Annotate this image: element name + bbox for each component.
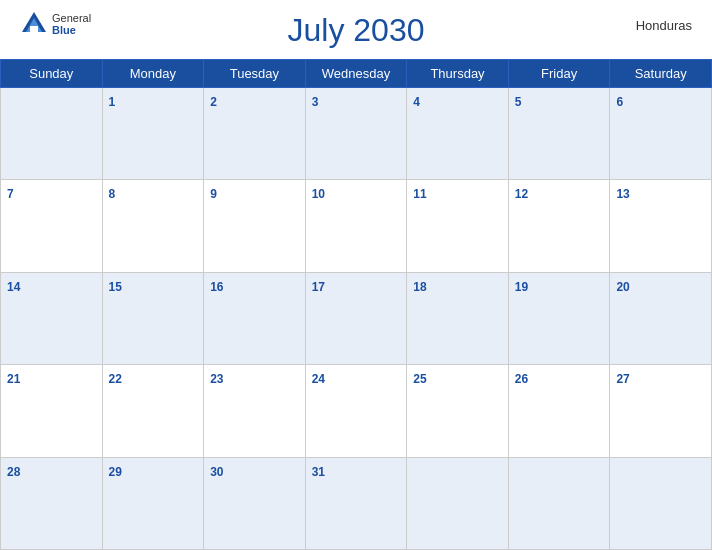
header-sunday: Sunday [1,60,103,88]
calendar-day-cell: 14 [1,272,103,364]
day-number: 10 [312,187,325,201]
day-number: 20 [616,280,629,294]
calendar-day-cell: 15 [102,272,204,364]
calendar-day-cell: 6 [610,88,712,180]
calendar-day-cell: 31 [305,457,407,549]
day-number: 22 [109,372,122,386]
calendar-day-cell: 8 [102,180,204,272]
calendar-day-cell [407,457,509,549]
day-number: 31 [312,465,325,479]
calendar-day-cell: 30 [204,457,306,549]
day-number: 26 [515,372,528,386]
calendar-day-cell: 25 [407,365,509,457]
calendar-week-row: 78910111213 [1,180,712,272]
weekday-header-row: Sunday Monday Tuesday Wednesday Thursday… [1,60,712,88]
day-number: 13 [616,187,629,201]
day-number: 8 [109,187,116,201]
calendar-day-cell: 10 [305,180,407,272]
calendar-day-cell: 18 [407,272,509,364]
logo-general-text: General [52,12,91,24]
header-thursday: Thursday [407,60,509,88]
calendar-day-cell: 24 [305,365,407,457]
day-number: 29 [109,465,122,479]
country-label: Honduras [636,18,692,33]
calendar-day-cell [610,457,712,549]
calendar-week-row: 21222324252627 [1,365,712,457]
header-tuesday: Tuesday [204,60,306,88]
calendar-day-cell: 26 [508,365,610,457]
logo-text: General Blue [52,12,91,36]
day-number: 17 [312,280,325,294]
logo-blue-text: Blue [52,24,91,36]
day-number: 6 [616,95,623,109]
day-number: 14 [7,280,20,294]
day-number: 1 [109,95,116,109]
calendar-thead: Sunday Monday Tuesday Wednesday Thursday… [1,60,712,88]
day-number: 25 [413,372,426,386]
calendar-day-cell: 5 [508,88,610,180]
day-number: 11 [413,187,426,201]
day-number: 24 [312,372,325,386]
calendar-table: Sunday Monday Tuesday Wednesday Thursday… [0,59,712,550]
calendar-day-cell: 29 [102,457,204,549]
calendar-title: July 2030 [288,12,425,49]
calendar-day-cell: 16 [204,272,306,364]
logo-icon [20,10,48,38]
calendar-day-cell: 9 [204,180,306,272]
calendar-day-cell: 28 [1,457,103,549]
day-number: 9 [210,187,217,201]
calendar-week-row: 28293031 [1,457,712,549]
calendar-body: 1234567891011121314151617181920212223242… [1,88,712,550]
day-number: 2 [210,95,217,109]
calendar-day-cell: 19 [508,272,610,364]
header-friday: Friday [508,60,610,88]
calendar-day-cell: 4 [407,88,509,180]
day-number: 28 [7,465,20,479]
calendar-day-cell: 23 [204,365,306,457]
svg-rect-2 [30,26,38,32]
calendar-day-cell: 2 [204,88,306,180]
calendar-day-cell: 13 [610,180,712,272]
day-number: 30 [210,465,223,479]
header-saturday: Saturday [610,60,712,88]
calendar-day-cell: 27 [610,365,712,457]
calendar-week-row: 14151617181920 [1,272,712,364]
day-number: 18 [413,280,426,294]
calendar-day-cell: 21 [1,365,103,457]
calendar-day-cell: 7 [1,180,103,272]
calendar-day-cell [1,88,103,180]
day-number: 7 [7,187,14,201]
day-number: 4 [413,95,420,109]
calendar-day-cell: 3 [305,88,407,180]
calendar-header: General Blue July 2030 Honduras [0,0,712,53]
day-number: 21 [7,372,20,386]
calendar-day-cell: 1 [102,88,204,180]
calendar-day-cell [508,457,610,549]
day-number: 27 [616,372,629,386]
day-number: 15 [109,280,122,294]
day-number: 5 [515,95,522,109]
calendar-day-cell: 20 [610,272,712,364]
calendar-day-cell: 17 [305,272,407,364]
header-wednesday: Wednesday [305,60,407,88]
day-number: 23 [210,372,223,386]
day-number: 19 [515,280,528,294]
calendar-day-cell: 22 [102,365,204,457]
calendar-day-cell: 12 [508,180,610,272]
logo: General Blue [20,10,91,38]
calendar-day-cell: 11 [407,180,509,272]
day-number: 16 [210,280,223,294]
day-number: 3 [312,95,319,109]
day-number: 12 [515,187,528,201]
calendar-week-row: 123456 [1,88,712,180]
calendar-container: General Blue July 2030 Honduras Sunday M… [0,0,712,550]
header-monday: Monday [102,60,204,88]
